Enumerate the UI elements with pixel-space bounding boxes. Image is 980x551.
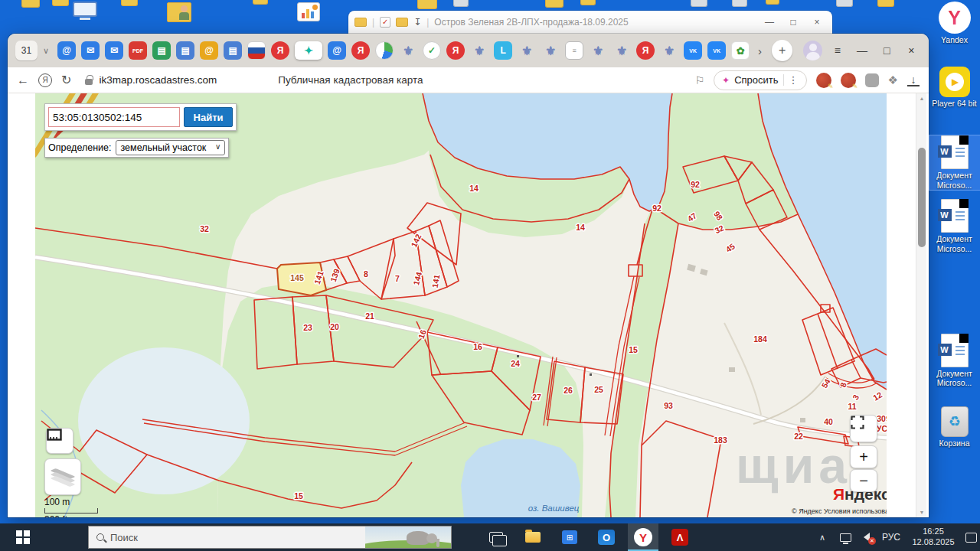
download-icon[interactable]: ↓ xyxy=(907,74,920,86)
desktop-icon[interactable] xyxy=(417,0,437,9)
desktop-icon-word[interactable]: WДокумент Microso... xyxy=(929,334,980,388)
url-zone[interactable]: ik3map.roscadastres.com Публичная кадаст… xyxy=(80,74,704,86)
desktop-icon[interactable] xyxy=(877,0,894,7)
tab-favicon-circ[interactable]: Я xyxy=(351,41,370,60)
desktop-icon[interactable] xyxy=(732,0,747,7)
ask-button[interactable]: ✦ Спросить ⋮ xyxy=(714,70,806,90)
tab-favicon-sq[interactable]: ▤ xyxy=(176,41,194,60)
desktop-icon[interactable] xyxy=(766,0,779,5)
map-copyright[interactable]: © Яндекс Условия использования xyxy=(792,507,887,515)
scrollbar-thumb[interactable] xyxy=(918,148,926,247)
tab-favicon-sq[interactable]: ✉ xyxy=(105,41,123,60)
desktop-icon[interactable] xyxy=(580,0,596,5)
tab-favicon-eagle[interactable]: ⚜ xyxy=(612,41,631,60)
scroll-up-icon[interactable]: ▲ xyxy=(916,96,927,101)
extensions-icon[interactable]: ❖ xyxy=(888,73,898,87)
close-button[interactable]: × xyxy=(902,44,921,57)
folder-icon[interactable] xyxy=(354,18,367,27)
task-view-button[interactable] xyxy=(481,523,511,551)
desktop-icon-yandex[interactable]: YYandex xyxy=(929,2,980,45)
maximize-button[interactable]: □ xyxy=(784,17,802,28)
language-indicator[interactable]: РУС xyxy=(877,523,905,551)
tab-favicon-active[interactable]: ✦ xyxy=(295,41,322,60)
desktop-icon-word[interactable]: WДокумент Microso... xyxy=(929,199,980,253)
tab-favicon-sq[interactable]: ▤ xyxy=(152,41,171,60)
tab-favicon-circ[interactable]: Я xyxy=(636,41,655,60)
tab-favicon-eagle[interactable]: ⚜ xyxy=(589,41,607,60)
minimize-button[interactable]: — xyxy=(760,17,779,28)
maximize-button[interactable]: □ xyxy=(877,44,897,57)
desktop-icon[interactable] xyxy=(52,0,69,6)
volume-muted-icon[interactable]: ✕ xyxy=(856,523,877,551)
tab-favicon-eagle[interactable]: ⚜ xyxy=(541,41,560,60)
tab-favicon-sq[interactable]: @ xyxy=(200,41,218,60)
tab-favicon-eagle[interactable]: ⚜ xyxy=(470,41,488,60)
chevron-down-icon[interactable]: ∨ xyxy=(43,46,49,56)
desktop-icon-recycle[interactable]: ♻Корзина xyxy=(929,406,980,448)
extension-seal-icon[interactable] xyxy=(841,73,856,88)
zoom-in-button[interactable]: + xyxy=(850,445,877,468)
outlook-button[interactable]: O xyxy=(591,523,622,551)
search-highlight-image[interactable] xyxy=(365,527,451,548)
tab-favicon-doc[interactable]: ≡ xyxy=(565,41,583,60)
tab-favicon-circ[interactable]: Я xyxy=(446,41,465,60)
tray-chevron-icon[interactable]: ∧ xyxy=(812,523,833,551)
network-icon[interactable] xyxy=(835,523,856,551)
tab-favicon-eagle[interactable]: ⚜ xyxy=(660,41,678,60)
cadastre-search-input[interactable] xyxy=(48,107,180,127)
more-tabs-icon[interactable]: › xyxy=(758,44,762,57)
desktop-icon-word[interactable]: WДокумент Microso... xyxy=(929,135,980,190)
yandex-browser-button[interactable]: Y xyxy=(628,523,658,551)
tab-favicon-sq[interactable]: ✉ xyxy=(81,41,100,60)
start-button[interactable] xyxy=(0,523,46,551)
object-type-select[interactable]: земельный участок ∨ xyxy=(116,140,226,155)
bookmark-icon[interactable]: ⚐ xyxy=(695,74,705,86)
tab-favicon-pie[interactable] xyxy=(375,41,394,60)
desktop-icon[interactable] xyxy=(453,0,469,7)
profile-avatar[interactable] xyxy=(803,41,822,60)
desktop-icon-player[interactable]: ▶Player 64 bit xyxy=(929,67,980,109)
fullscreen-button[interactable] xyxy=(850,415,877,442)
shield-icon[interactable] xyxy=(865,73,879,87)
tab-favicon-sq[interactable]: L xyxy=(494,41,512,60)
tab-favicon-sq[interactable]: @ xyxy=(328,41,346,60)
tab-favicon-crest[interactable]: ✿ xyxy=(731,41,750,60)
menu-icon[interactable]: ≡ xyxy=(828,44,847,57)
url-text[interactable]: ik3map.roscadastres.com xyxy=(99,74,217,86)
tab-favicon-sq[interactable]: VK xyxy=(707,41,726,60)
checkbox-icon[interactable]: ✓ xyxy=(380,17,390,28)
desktop-icon[interactable] xyxy=(121,0,138,6)
measure-button[interactable] xyxy=(46,428,74,454)
down-arrow-icon[interactable]: ↧ xyxy=(413,17,421,28)
tab-count[interactable]: 31 xyxy=(15,41,38,60)
scroll-down-icon[interactable]: ▼ xyxy=(916,510,927,515)
tab-favicon-sq[interactable]: VK xyxy=(684,41,702,60)
tab-favicon-circ[interactable]: Я xyxy=(271,41,289,60)
tab-favicon-eagle[interactable]: ⚜ xyxy=(518,41,536,60)
tab-favicon-flag[interactable] xyxy=(247,41,266,60)
tab-favicon-eagle[interactable]: ⚜ xyxy=(399,41,417,60)
file-explorer-button[interactable] xyxy=(518,523,548,551)
chart-app-icon[interactable] xyxy=(297,2,320,21)
close-button[interactable]: × xyxy=(808,17,826,28)
taskbar-search[interactable]: Поиск xyxy=(88,526,452,549)
desktop-icon[interactable] xyxy=(836,0,853,7)
tab-favicon-sq[interactable]: ▤ xyxy=(224,41,242,60)
desktop-icon[interactable] xyxy=(691,0,707,7)
folder-icon[interactable] xyxy=(396,18,408,27)
scrollbar[interactable]: ▲ ▼ xyxy=(916,93,926,517)
extension-seal-icon[interactable] xyxy=(816,73,831,88)
acrobat-button[interactable]: Λ xyxy=(665,523,695,551)
layers-button[interactable] xyxy=(44,458,81,495)
yandex-nav-icon[interactable]: Я xyxy=(38,73,52,87)
new-tab-button[interactable]: + xyxy=(772,40,792,61)
find-button[interactable]: Найти xyxy=(184,107,233,127)
desktop-icon[interactable] xyxy=(253,0,268,5)
tab-favicon-circ[interactable]: ✓ xyxy=(423,41,441,60)
store-button[interactable] xyxy=(554,523,585,551)
desktop-icon[interactable] xyxy=(21,0,40,8)
desktop-icon[interactable] xyxy=(545,0,564,8)
computer-icon[interactable] xyxy=(73,2,97,21)
clock[interactable]: 16:25 12.08.2025 xyxy=(906,523,961,551)
back-icon[interactable]: ← xyxy=(17,73,29,87)
